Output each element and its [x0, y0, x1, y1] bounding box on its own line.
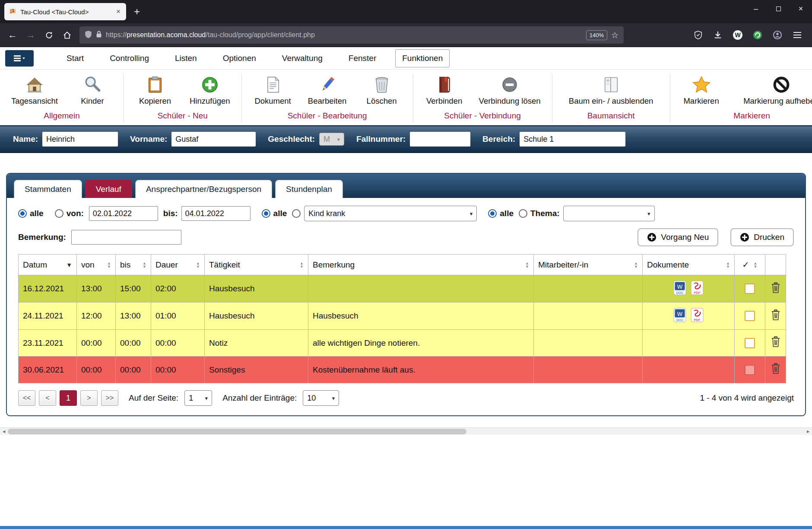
column-header-bis[interactable]: bis▲▼ [116, 255, 151, 275]
forward-button[interactable]: → [22, 27, 39, 43]
date-alle-radio-label[interactable]: alle [18, 209, 44, 218]
sort-icon[interactable]: ▲▼ [107, 261, 111, 268]
menu-item-optionen[interactable]: Optionen [216, 49, 263, 67]
tab-stundenplan[interactable]: Stundenplan [275, 180, 343, 198]
sort-icon[interactable]: ▲▼ [196, 261, 200, 268]
sort-desc-icon[interactable]: ▼ [66, 261, 72, 268]
date-von-radio[interactable] [55, 209, 63, 218]
url-text[interactable]: https://presentation.acoma.cloud/tau-clo… [106, 31, 582, 39]
lock-icon[interactable] [96, 30, 102, 40]
home-button[interactable] [59, 27, 75, 43]
extension-shield-icon[interactable] [690, 27, 706, 43]
bis-date-input[interactable] [181, 206, 251, 221]
tracking-shield-icon[interactable] [85, 30, 92, 40]
pdf-icon[interactable]: PDF [691, 280, 704, 297]
page-button-1[interactable]: 1 [60, 390, 77, 406]
table-row[interactable]: 23.11.2021 00:00 00:00 00:00 Notiz alle … [19, 330, 786, 357]
column-header-dokumente[interactable]: Dokumente▲▼ [643, 255, 735, 275]
thema-select[interactable]: ▾ [563, 206, 655, 221]
entries-select[interactable]: 10 ▾ [303, 390, 339, 406]
bookmark-star-icon[interactable]: ☆ [611, 30, 619, 40]
thema-select-radio[interactable] [519, 209, 527, 218]
thema-alle-radio-label[interactable]: alle [488, 209, 514, 218]
menu-icon[interactable] [790, 27, 805, 43]
new-tab-button[interactable]: + [130, 4, 144, 19]
sort-icon[interactable]: ▲▼ [726, 261, 730, 268]
ribbon-item-loeschen[interactable]: Löschen [362, 75, 402, 106]
ribbon-item-kopieren[interactable]: Kopieren [135, 75, 175, 106]
name-field[interactable] [42, 132, 118, 147]
ribbon-item-markieren[interactable]: Markieren [682, 75, 721, 106]
bereich-field[interactable] [520, 132, 625, 147]
menu-item-start[interactable]: Start [60, 49, 91, 67]
column-header-taetigkeit[interactable]: Tätigkeit▲▼ [205, 255, 308, 275]
column-header-check[interactable]: ✓▲▼ [735, 255, 765, 275]
menu-item-listen[interactable]: Listen [168, 49, 204, 67]
zoom-level-button[interactable]: 140% [586, 30, 607, 40]
ribbon-item-verbindung-loesen[interactable]: Verbindung lösen [479, 75, 541, 106]
taetigkeit-alle-radio-label[interactable]: alle [262, 209, 287, 218]
delete-row-icon[interactable] [771, 286, 780, 295]
von-date-input[interactable] [89, 206, 158, 221]
app-menu-button[interactable] [5, 50, 34, 67]
table-row[interactable]: 30.06.2021 00:00 00:00 00:00 Sonstiges K… [19, 357, 786, 383]
date-alle-radio[interactable] [18, 209, 27, 218]
delete-row-icon[interactable] [771, 313, 780, 322]
row-checkbox[interactable] [745, 284, 755, 294]
drucken-button[interactable]: Drucken [730, 228, 794, 246]
ribbon-item-hinzufuegen[interactable]: Hinzufügen [190, 75, 230, 106]
ribbon-item-baum-einausblenden[interactable]: Baum ein- / ausblenden [564, 75, 659, 106]
column-header-datum[interactable]: Datum▼ [19, 255, 77, 275]
fallnummer-field[interactable] [410, 132, 470, 147]
ribbon-item-verbinden[interactable]: Verbinden [425, 75, 464, 106]
vorname-field[interactable] [171, 132, 256, 147]
taetigkeit-select-radio[interactable] [292, 209, 301, 218]
sort-icon[interactable]: ▲▼ [634, 261, 638, 268]
window-minimize-button[interactable]: – [745, 0, 767, 17]
word-doc-icon[interactable]: WDOC [673, 308, 686, 325]
word-doc-icon[interactable]: WDOC [673, 280, 686, 297]
tab-verlauf[interactable]: Verlauf [85, 180, 132, 198]
window-close-button[interactable]: × [790, 0, 812, 17]
row-checkbox[interactable] [745, 365, 755, 375]
tab-close-icon[interactable]: × [115, 7, 122, 16]
tab-ansprechpartner[interactable]: Ansprechpartner/Bezugsperson [135, 180, 272, 198]
ribbon-item-kinder[interactable]: Kinder [73, 75, 112, 106]
bemerkung-input[interactable] [71, 230, 181, 245]
sort-icon[interactable]: ▲▼ [300, 261, 304, 268]
downloads-icon[interactable] [710, 27, 726, 43]
reload-button[interactable] [41, 27, 57, 43]
pdf-icon[interactable]: PDF [691, 308, 704, 325]
menu-item-verwaltung[interactable]: Verwaltung [275, 49, 330, 67]
ribbon-item-bearbeiten[interactable]: Bearbeiten [308, 75, 347, 106]
taetigkeit-alle-radio[interactable] [262, 209, 270, 218]
account-icon[interactable] [770, 27, 785, 43]
menu-item-funktionen[interactable]: Funktionen [395, 49, 450, 67]
scroll-right-icon[interactable]: ▶ [804, 430, 812, 433]
back-button[interactable]: ← [4, 27, 21, 43]
menu-item-controlling[interactable]: Controlling [103, 49, 156, 67]
ribbon-item-markierung-aufheben[interactable]: Markierung aufheben [740, 75, 812, 106]
green-extension-icon[interactable] [750, 27, 765, 43]
horizontal-scrollbar[interactable]: ◀ ▶ [0, 427, 812, 435]
last-page-button[interactable]: >> [101, 390, 118, 406]
delete-row-icon[interactable] [771, 367, 780, 376]
next-page-button[interactable]: > [80, 390, 98, 406]
sort-icon[interactable]: ▲▼ [754, 261, 758, 268]
tab-stammdaten[interactable]: Stammdaten [14, 180, 82, 198]
browser-tab[interactable]: Tau-Cloud <Tau-Cloud> × [4, 3, 126, 20]
vorgang-neu-button[interactable]: Vorgang Neu [638, 228, 718, 246]
thema-radio-label[interactable]: Thema: [519, 209, 560, 218]
sort-icon[interactable]: ▲▼ [525, 261, 529, 268]
table-row[interactable]: 24.11.2021 12:00 13:00 01:00 Hausbesuch … [19, 303, 786, 330]
column-header-mitarbeiter[interactable]: Mitarbeiter/-in▲▼ [534, 255, 643, 275]
sort-icon[interactable]: ▲▼ [143, 261, 146, 268]
date-von-radio-label[interactable]: von: [55, 209, 84, 218]
page-select[interactable]: 1 ▾ [184, 390, 212, 406]
wikipedia-extension-icon[interactable]: W [730, 27, 745, 43]
column-header-bemerkung[interactable]: Bemerkung▲▼ [308, 255, 534, 275]
menu-item-fenster[interactable]: Fenster [342, 49, 383, 67]
ribbon-item-dokument[interactable]: Dokument [253, 75, 293, 106]
row-checkbox[interactable] [745, 338, 755, 348]
column-header-von[interactable]: von▲▼ [77, 255, 116, 275]
